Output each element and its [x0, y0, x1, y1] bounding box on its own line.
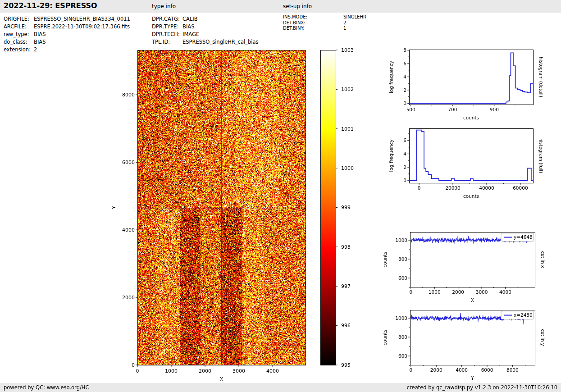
- field-value: IMAGE: [182, 31, 199, 37]
- svg-text:4: 4: [403, 151, 406, 156]
- svg-text:counts: counts: [463, 115, 479, 120]
- svg-text:6: 6: [403, 137, 406, 143]
- svg-text:1002: 1002: [341, 87, 354, 92]
- svg-text:2000: 2000: [199, 368, 211, 374]
- svg-text:Y: Y: [111, 206, 117, 210]
- svg-text:2: 2: [403, 164, 406, 170]
- svg-text:6000: 6000: [122, 160, 135, 165]
- footer-left-text: powered by QC: www.eso.org/HC: [4, 383, 89, 392]
- hist-full-plot: 02000040000600000246countslog frequencyh…: [388, 129, 543, 199]
- svg-text:histogram (detail): histogram (detail): [538, 57, 543, 97]
- svg-text:1003: 1003: [341, 47, 354, 53]
- field-value: CALIB: [182, 16, 198, 22]
- setup-info-row: DET.BINY:1: [283, 26, 366, 32]
- field-value: BIAS: [34, 31, 46, 37]
- field-value: ESPRESSO_SINGLEHR_BIAS334_0011: [34, 16, 130, 22]
- field-label: DET.BINX:: [283, 20, 343, 26]
- type-info-header: type info: [152, 3, 176, 9]
- svg-text:2000: 2000: [430, 367, 442, 373]
- file-info-row: do_class:BIAS: [4, 38, 130, 46]
- setup-info-block: INS.MODE:SINGLEHR DET.BINX:2 DET.BINY:1: [283, 14, 366, 32]
- type-info-row: DPR.CATG:CALIB: [152, 15, 258, 23]
- svg-text:20000: 20000: [445, 185, 460, 191]
- field-label: DPR.TYPE:: [152, 23, 182, 31]
- svg-text:counts: counts: [463, 193, 479, 199]
- svg-text:998: 998: [341, 244, 351, 250]
- svg-text:8: 8: [403, 47, 406, 53]
- field-value: 1: [343, 26, 346, 31]
- bias-image-canvas: [137, 50, 306, 365]
- svg-text:1000: 1000: [395, 315, 407, 321]
- svg-text:cut in x: cut in x: [540, 251, 545, 268]
- svg-text:histogram (full): histogram (full): [538, 138, 543, 173]
- footer-right-text: created by qc_rawdisp.py v1.2.3 on 2022-…: [407, 383, 557, 392]
- svg-text:40000: 40000: [479, 185, 494, 191]
- svg-text:8000: 8000: [122, 92, 135, 98]
- svg-text:999: 999: [341, 205, 351, 210]
- field-label: INS.MODE:: [283, 14, 343, 20]
- page-title: 2022-11-29: ESPRESSO: [4, 1, 97, 10]
- field-value: 2: [34, 46, 37, 53]
- field-value: 2: [343, 20, 346, 25]
- svg-text:Y: Y: [470, 375, 474, 381]
- file-info-row: raw_type:BIAS: [4, 31, 130, 38]
- svg-text:4000: 4000: [122, 227, 135, 233]
- svg-text:700: 700: [448, 107, 457, 112]
- svg-text:2: 2: [403, 87, 406, 93]
- field-label: do_class:: [4, 38, 34, 46]
- field-label: TPL.ID:: [152, 38, 182, 46]
- svg-text:3000: 3000: [476, 289, 488, 295]
- cut-y-plot: 020004000600080006008001000Ycountscut in…: [382, 310, 545, 381]
- svg-text:900: 900: [490, 107, 499, 112]
- svg-text:4000: 4000: [499, 289, 511, 295]
- field-value: BIAS: [34, 39, 46, 45]
- svg-text:6000: 6000: [481, 367, 493, 373]
- svg-text:60000: 60000: [513, 185, 528, 191]
- svg-text:1000: 1000: [341, 165, 354, 171]
- svg-text:600: 600: [398, 275, 407, 281]
- svg-text:log frequency: log frequency: [388, 61, 394, 93]
- svg-text:996: 996: [341, 323, 351, 328]
- svg-text:X: X: [220, 376, 223, 382]
- svg-text:0: 0: [403, 178, 406, 183]
- svg-text:995: 995: [341, 362, 351, 368]
- field-value: ESPRE.2022-11-30T09:02:17.366.fits: [34, 23, 130, 30]
- setup-info-row: DET.BINX:2: [283, 20, 366, 26]
- svg-text:0: 0: [403, 100, 406, 106]
- field-label: DPR.CATG:: [152, 15, 182, 23]
- svg-text:0: 0: [409, 367, 412, 373]
- svg-text:997: 997: [341, 283, 351, 289]
- type-info-row: TPL.ID:ESPRESSO_singleHR_cal_bias: [152, 38, 258, 46]
- svg-text:cut in y: cut in y: [540, 329, 545, 346]
- svg-text:8000: 8000: [506, 367, 519, 373]
- file-info-block: ORIGFILE:ESPRESSO_SINGLEHR_BIAS334_0011 …: [4, 15, 130, 54]
- svg-text:4: 4: [403, 74, 406, 79]
- svg-text:1000: 1000: [429, 289, 441, 295]
- field-label: ORIGFILE:: [4, 15, 34, 23]
- hist-detail-plot: 50070090002468countslog frequencyhistogr…: [388, 47, 543, 120]
- svg-text:800: 800: [398, 256, 407, 262]
- svg-text:2000: 2000: [122, 295, 135, 301]
- field-value: BIAS: [182, 23, 194, 30]
- field-label: DPR.TECH:: [152, 31, 182, 38]
- svg-text:0: 0: [418, 185, 421, 191]
- svg-text:1000: 1000: [165, 368, 178, 374]
- svg-text:counts: counts: [382, 329, 388, 345]
- svg-text:1000: 1000: [395, 237, 407, 243]
- colorbar-canvas: [320, 50, 336, 365]
- type-info-row: DPR.TYPE:BIAS: [152, 23, 258, 31]
- file-info-row: ARCFILE:ESPRE.2022-11-30T09:02:17.366.fi…: [4, 23, 130, 31]
- svg-text:0: 0: [132, 362, 135, 368]
- type-info-block: DPR.CATG:CALIB DPR.TYPE:BIAS DPR.TECH:IM…: [152, 15, 258, 46]
- svg-text:4000: 4000: [456, 367, 468, 373]
- svg-text:y=4648: y=4648: [514, 234, 533, 240]
- svg-text:4000: 4000: [266, 368, 279, 374]
- svg-text:3000: 3000: [233, 368, 245, 374]
- field-value: ESPRESSO_singleHR_cal_bias: [182, 39, 258, 45]
- field-label: raw_type:: [4, 31, 34, 38]
- type-info-row: DPR.TECH:IMAGE: [152, 31, 258, 38]
- svg-text:6: 6: [403, 61, 406, 66]
- svg-text:x=2480: x=2480: [514, 312, 533, 318]
- file-info-row: ORIGFILE:ESPRESSO_SINGLEHR_BIAS334_0011: [4, 15, 130, 23]
- setup-info-header: set-up info: [283, 3, 312, 9]
